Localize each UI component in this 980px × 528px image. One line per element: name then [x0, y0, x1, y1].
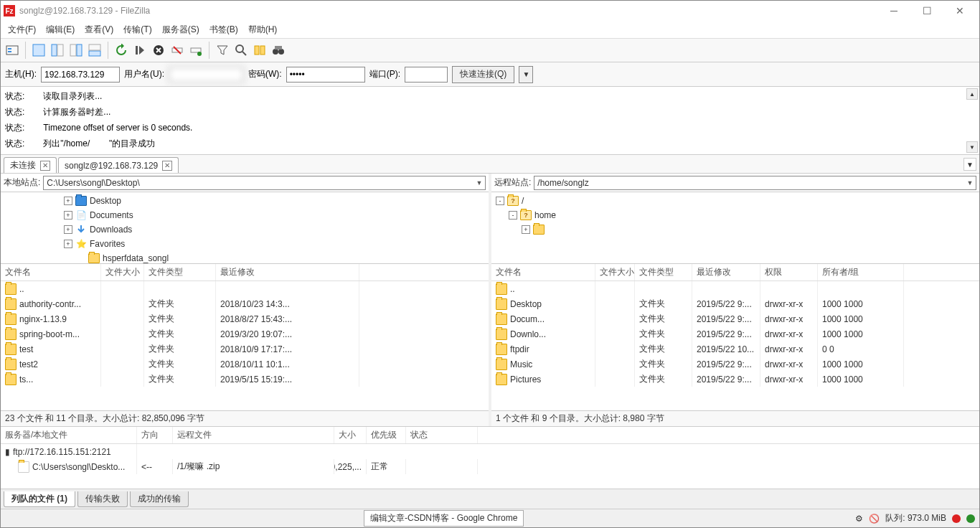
- column-header[interactable]: 文件名: [1, 264, 101, 280]
- reconnect-button[interactable]: [187, 42, 204, 59]
- file-row[interactable]: spring-boot-m...文件夹2019/3/20 19:07:...: [1, 326, 489, 341]
- local-path-combo[interactable]: C:\Users\songl\Desktop\ ▼: [43, 176, 486, 190]
- tree-node[interactable]: +Downloads: [1, 222, 489, 237]
- menu-server[interactable]: 服务器(S): [158, 22, 204, 37]
- local-file-list[interactable]: 文件名文件大小文件类型最近修改 ..authority-contr...文件夹2…: [1, 264, 489, 410]
- column-header[interactable]: 优先级: [367, 427, 406, 443]
- menu-transfer[interactable]: 传输(T): [119, 22, 156, 37]
- remote-directory-tree[interactable]: -/-home+: [491, 192, 979, 264]
- quickconnect-button[interactable]: 快速连接(Q): [452, 66, 514, 83]
- file-row[interactable]: Pictures文件夹2019/5/22 9:...drwxr-xr-x1000…: [491, 372, 979, 387]
- tree-node[interactable]: hsperfdata_songl: [1, 251, 489, 264]
- expand-icon[interactable]: +: [64, 240, 72, 248]
- expand-icon[interactable]: +: [64, 197, 72, 205]
- queue-tab-failed[interactable]: 传输失败: [77, 491, 128, 507]
- menu-bookmarks[interactable]: 书签(B): [205, 22, 242, 37]
- column-header[interactable]: 文件类型: [635, 264, 692, 280]
- toggle-queue-button[interactable]: [86, 42, 103, 59]
- column-header[interactable]: 所有者/组: [818, 264, 904, 280]
- column-header[interactable]: 状态: [406, 427, 478, 443]
- queue-server-row[interactable]: ▮ftp://172.16.115.151:2121: [1, 444, 979, 459]
- column-header[interactable]: 方向: [137, 427, 173, 443]
- tab-connection[interactable]: songlz@192.168.73.129 ✕: [58, 157, 179, 173]
- file-row[interactable]: ftpdir文件夹2019/5/22 10...drwxr-xr-x0 0: [491, 341, 979, 357]
- column-header[interactable]: 文件大小: [595, 264, 635, 280]
- close-tab-icon[interactable]: ✕: [40, 161, 50, 171]
- file-row[interactable]: ts...文件夹2019/5/15 15:19:...: [1, 372, 489, 387]
- tree-node[interactable]: +⭐Favorites: [1, 237, 489, 251]
- menu-view[interactable]: 查看(V): [80, 22, 118, 37]
- disconnect-button[interactable]: [169, 42, 186, 59]
- file-row[interactable]: ..: [1, 281, 489, 296]
- tree-node[interactable]: -home: [491, 208, 979, 222]
- column-header[interactable]: 最近修改: [216, 264, 359, 280]
- tab-overflow-button[interactable]: ▼: [963, 158, 976, 171]
- tree-node[interactable]: +Desktop: [1, 194, 489, 208]
- process-queue-button[interactable]: [131, 42, 149, 59]
- host-input[interactable]: [41, 67, 120, 82]
- collapse-icon[interactable]: -: [496, 197, 504, 205]
- column-header[interactable]: 文件类型: [144, 264, 216, 280]
- tree-node[interactable]: -/: [491, 194, 979, 208]
- menu-file[interactable]: 文件(F): [4, 22, 40, 37]
- collapse-icon[interactable]: -: [509, 211, 517, 220]
- file-row[interactable]: authority-contr...文件夹2018/10/23 14:3...: [1, 296, 489, 311]
- local-directory-tree[interactable]: +Desktop+📄Documents+Downloads+⭐Favorites…: [1, 192, 489, 264]
- file-row[interactable]: Desktop文件夹2019/5/22 9:...drwxr-xr-x1000 …: [491, 296, 979, 311]
- menu-edit[interactable]: 编辑(E): [42, 22, 79, 37]
- column-header[interactable]: 文件名: [491, 264, 595, 280]
- expand-icon[interactable]: +: [64, 211, 72, 220]
- column-header[interactable]: 最近修改: [692, 264, 760, 280]
- remote-file-list[interactable]: 文件名文件大小文件类型最近修改权限所有者/组 ..Desktop文件夹2019/…: [491, 264, 979, 410]
- column-header[interactable]: 文件大小: [101, 264, 144, 280]
- filter-button[interactable]: [214, 42, 231, 59]
- file-row[interactable]: nginx-1.13.9文件夹2018/8/27 15:43:...: [1, 311, 489, 326]
- toggle-log-button[interactable]: [30, 42, 47, 59]
- queue-tab-success[interactable]: 成功的传输: [130, 491, 189, 507]
- refresh-button[interactable]: [113, 42, 130, 59]
- tree-node[interactable]: +: [491, 222, 979, 237]
- sitemanager-button[interactable]: [4, 42, 21, 59]
- message-log[interactable]: 状态: 读取目录列表... 状态: 计算服务器时差... 状态: Timezon…: [1, 87, 979, 155]
- folder-icon: [533, 224, 545, 235]
- password-input[interactable]: [286, 67, 365, 82]
- scroll-up-icon[interactable]: ▲: [966, 88, 978, 100]
- expand-icon[interactable]: +: [522, 225, 530, 234]
- close-tab-icon[interactable]: ✕: [162, 161, 172, 171]
- port-input[interactable]: [405, 67, 448, 82]
- toggle-local-tree-button[interactable]: [49, 42, 66, 59]
- queue-item-row[interactable]: C:\Users\songl\Deskto... <-- /1/璨嘛 .zip …: [1, 459, 979, 474]
- expand-icon[interactable]: +: [64, 225, 72, 234]
- scroll-down-icon[interactable]: ▼: [966, 141, 978, 153]
- queue-tab-queued[interactable]: 列队的文件 (1): [4, 491, 75, 507]
- gear-icon[interactable]: ⚙: [855, 514, 863, 524]
- file-row[interactable]: Docum...文件夹2019/5/22 9:...drwxr-xr-x1000…: [491, 311, 979, 326]
- tab-not-connected[interactable]: 未连接 ✕: [4, 157, 57, 173]
- column-header[interactable]: 权限: [760, 264, 818, 280]
- remote-path-combo[interactable]: /home/songlz ▼: [534, 176, 976, 190]
- quickconnect-dropdown[interactable]: ▼: [519, 66, 533, 83]
- file-row[interactable]: ..: [491, 281, 979, 296]
- binoculars-button[interactable]: [270, 42, 287, 59]
- file-row[interactable]: test文件夹2018/10/9 17:17:...: [1, 341, 489, 357]
- lock-icon[interactable]: 🚫: [869, 514, 880, 524]
- column-header[interactable]: 服务器/本地文件: [1, 427, 137, 443]
- toggle-remote-tree-button[interactable]: [67, 42, 85, 59]
- compare-button[interactable]: [251, 42, 268, 59]
- file-row[interactable]: Music文件夹2019/5/22 9:...drwxr-xr-x1000 10…: [491, 357, 979, 372]
- menu-help[interactable]: 帮助(H): [244, 22, 282, 37]
- search-button[interactable]: [232, 42, 250, 59]
- minimize-button[interactable]: ─: [877, 1, 910, 21]
- chevron-down-icon[interactable]: ▼: [473, 179, 485, 187]
- taskbar-window[interactable]: 编辑文章-CSDN博客 - Google Chrome: [364, 510, 524, 527]
- tree-node[interactable]: +📄Documents: [1, 208, 489, 222]
- maximize-button[interactable]: ☐: [910, 1, 943, 21]
- file-row[interactable]: Downlo...文件夹2019/5/22 9:...drwxr-xr-x100…: [491, 326, 979, 341]
- cancel-button[interactable]: [150, 42, 167, 59]
- chevron-down-icon[interactable]: ▼: [964, 179, 976, 187]
- username-input[interactable]: [169, 67, 244, 82]
- file-row[interactable]: test2文件夹2018/10/11 10:1...: [1, 357, 489, 372]
- column-header[interactable]: 远程文件: [173, 427, 334, 443]
- close-button[interactable]: ✕: [943, 1, 976, 21]
- column-header[interactable]: 大小: [334, 427, 367, 443]
